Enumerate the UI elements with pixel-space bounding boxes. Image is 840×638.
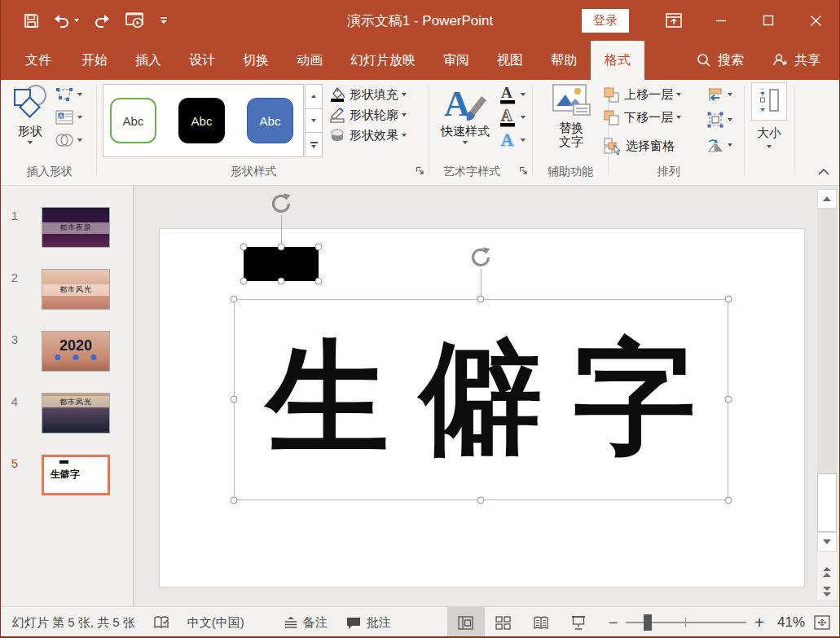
textbox-resize-handle-se[interactable] — [725, 497, 732, 504]
scroll-up-button[interactable] — [817, 189, 837, 209]
fit-slide-to-window-button[interactable] — [813, 614, 831, 631]
shape-resize-handle-nw[interactable] — [240, 244, 248, 251]
gallery-down-button[interactable] — [305, 109, 323, 134]
slide-editing-canvas[interactable]: 生僻字 — [134, 186, 839, 606]
slide-1-thumbnail-image[interactable]: 都市夜景 — [42, 207, 110, 248]
textbox-resize-handle-e[interactable] — [725, 396, 732, 403]
textbox-resize-handle-w[interactable] — [231, 396, 238, 403]
slide-thumbnail-1[interactable]: 1 都市夜景 — [1, 207, 133, 248]
slide-5-thumbnail-image[interactable]: 生僻字 — [42, 455, 110, 495]
gallery-up-button[interactable] — [305, 84, 323, 109]
quick-styles-button[interactable]: A 快速样式 — [434, 83, 496, 144]
rotate-objects-button[interactable] — [706, 137, 732, 153]
shape-rotation-handle[interactable] — [270, 192, 292, 218]
tab-search[interactable]: 搜索 — [683, 41, 758, 80]
text-box-content[interactable]: 生僻字 — [234, 299, 728, 500]
zoom-out-button[interactable]: − — [609, 614, 618, 631]
shape-style-option-3[interactable]: Abc — [247, 98, 293, 143]
sign-in-button[interactable]: 登录 — [582, 9, 629, 33]
next-slide-button[interactable] — [817, 582, 837, 601]
textbox-resize-handle-n[interactable] — [477, 296, 485, 303]
previous-slide-button[interactable] — [817, 562, 837, 582]
slideshow-view-button[interactable] — [560, 607, 597, 638]
tab-design[interactable]: 设计 — [175, 41, 229, 80]
shape-resize-handle-sw[interactable] — [240, 278, 248, 285]
send-backward-button[interactable]: 下移一层 — [603, 109, 681, 125]
comments-button[interactable]: 批注 — [345, 615, 391, 631]
tab-insert[interactable]: 插入 — [121, 41, 175, 80]
notes-button[interactable]: 备注 — [284, 615, 328, 631]
tab-format-active[interactable]: 格式 — [591, 41, 644, 80]
shape-style-option-2[interactable]: Abc — [178, 98, 225, 143]
text-outline-button[interactable]: A — [498, 107, 526, 128]
shape-styles-dialog-launcher[interactable] — [416, 164, 424, 178]
edit-shape-button[interactable] — [55, 86, 82, 103]
zoom-slider-thumb[interactable] — [644, 614, 652, 631]
collapse-ribbon-button[interactable] — [817, 165, 830, 179]
shape-resize-handle-ne[interactable] — [315, 244, 323, 251]
alt-text-button[interactable]: 替换 文字 — [540, 83, 602, 150]
zoom-in-button[interactable]: + — [754, 614, 764, 631]
maximize-button[interactable] — [745, 0, 792, 41]
shape-outline-button[interactable]: 形状轮廓 — [328, 107, 407, 123]
wordart-dialog-launcher[interactable] — [519, 164, 528, 178]
scrollbar-thumb[interactable] — [817, 473, 837, 532]
zoom-slider[interactable] — [626, 622, 746, 623]
slide-thumbnail-2[interactable]: 2 都市风光 — [1, 269, 133, 310]
textbox-resize-handle-s[interactable] — [477, 497, 485, 504]
shape-style-option-1[interactable]: Abc — [110, 98, 156, 143]
tab-slideshow[interactable]: 幻灯片放映 — [336, 41, 429, 80]
tab-file[interactable]: 文件 — [9, 41, 68, 80]
shape-resize-handle-n[interactable] — [278, 244, 285, 251]
shape-resize-handle-se[interactable] — [315, 278, 323, 285]
align-button[interactable] — [706, 86, 732, 103]
language-indicator[interactable]: 中文(中国) — [187, 615, 244, 631]
redo-button[interactable] — [92, 13, 112, 28]
bring-forward-button[interactable]: 上移一层 — [603, 86, 681, 103]
normal-view-button[interactable] — [447, 607, 485, 638]
selection-pane-button[interactable]: 选择窗格 — [603, 137, 675, 155]
close-button[interactable] — [792, 0, 839, 41]
slide-thumbnail-3[interactable]: 3 2020 — [1, 331, 133, 372]
tab-animations[interactable]: 动画 — [283, 41, 336, 80]
save-icon[interactable] — [24, 13, 39, 29]
text-fill-button[interactable]: A — [498, 84, 526, 105]
selected-black-rectangle-shape[interactable] — [244, 247, 319, 281]
shape-fill-button[interactable]: 形状填充 — [328, 86, 407, 103]
size-button[interactable]: 大小 — [750, 82, 788, 148]
draw-text-box-button[interactable]: A — [55, 109, 82, 125]
tab-help[interactable]: 帮助 — [537, 41, 591, 80]
slide-thumbnail-4[interactable]: 4 都市风光 — [1, 393, 133, 433]
slide-3-thumbnail-image[interactable]: 2020 — [42, 331, 110, 372]
vertical-scrollbar[interactable] — [817, 189, 837, 600]
reading-view-button[interactable] — [522, 607, 560, 638]
minimize-button[interactable] — [697, 0, 745, 41]
spellcheck-button[interactable] — [153, 615, 169, 630]
ribbon-display-options-button[interactable] — [650, 0, 697, 41]
tab-home[interactable]: 开始 — [68, 41, 121, 80]
insert-shapes-button[interactable]: 形状 — [7, 83, 53, 144]
zoom-percentage[interactable]: 41% — [772, 614, 805, 631]
tab-review[interactable]: 审阅 — [429, 41, 483, 80]
slide-4-thumbnail-image[interactable]: 都市风光 — [42, 393, 110, 433]
group-objects-button[interactable] — [706, 111, 732, 129]
gallery-more-button[interactable] — [305, 133, 323, 157]
slide-sorter-view-button[interactable] — [485, 607, 522, 638]
textbox-resize-handle-ne[interactable] — [725, 296, 732, 303]
text-effects-button[interactable]: A — [498, 130, 526, 151]
tab-view[interactable]: 视图 — [483, 41, 537, 80]
undo-button[interactable] — [52, 13, 79, 28]
slide-thumbnail-5-selected[interactable]: 5 生僻字 — [1, 455, 133, 495]
shape-resize-handle-s[interactable] — [278, 278, 285, 285]
merge-shapes-button[interactable] — [55, 132, 82, 148]
shape-effects-button[interactable]: 形状效果 — [328, 127, 407, 143]
tab-transitions[interactable]: 切换 — [229, 41, 283, 80]
share-button[interactable]: 共享 — [758, 41, 834, 80]
slide-2-thumbnail-image[interactable]: 都市风光 — [42, 269, 110, 310]
customize-qat-dropdown-icon[interactable] — [159, 15, 169, 25]
scroll-down-button[interactable] — [817, 532, 837, 552]
textbox-resize-handle-nw[interactable] — [231, 296, 238, 303]
textbox-rotation-handle[interactable] — [469, 246, 492, 272]
start-slideshow-button[interactable] — [125, 12, 146, 29]
textbox-resize-handle-sw[interactable] — [231, 497, 238, 504]
